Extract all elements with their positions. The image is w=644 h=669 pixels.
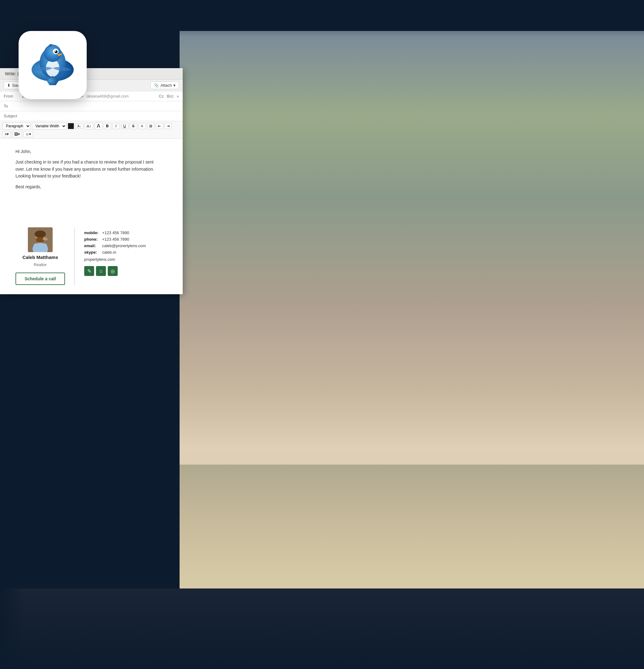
email-body-text: Just checking in to see if you had a cha… (15, 159, 167, 179)
save-icon: ⬇ (7, 83, 11, 88)
more-header-icon[interactable]: » (177, 94, 179, 99)
avatar-svg (28, 227, 53, 252)
thunderbird-logo-container (18, 31, 87, 99)
align-button[interactable]: ≡▾ (2, 131, 11, 137)
svg-rect-12 (33, 243, 47, 252)
color-swatch[interactable] (68, 123, 74, 129)
bottom-dark-bar (0, 588, 644, 669)
mobile-label: mobile: (84, 230, 100, 235)
attach-label: Attach (160, 83, 172, 88)
email-compose-window: Write: (no subject) – Thunderbird ⬇ Save… (0, 68, 183, 294)
table-area (180, 465, 644, 588)
mobile-value: +123 456 7890 (102, 230, 129, 235)
signature-divider (74, 227, 75, 285)
email-greeting: Hi John, (15, 148, 167, 155)
indent-button[interactable]: ⇥ (164, 123, 172, 129)
email-signature: Caleb Matthams Realtor Schedule a call m… (0, 221, 183, 294)
paragraph-select[interactable]: Paragraph (2, 123, 31, 129)
format-toolbar: Paragraph Variable Width A↓ A↑ A B I U S… (0, 121, 183, 139)
bullet-list-button[interactable]: ≡ (139, 123, 146, 129)
body-line3: Looking forward to your feedback! (15, 173, 81, 179)
signature-title: Realtor (34, 262, 47, 267)
from-account: oksana408@gmail.com (87, 94, 129, 99)
emoji-button[interactable]: ☺▾ (23, 131, 33, 137)
font-size-up-button[interactable]: A↑ (85, 123, 94, 129)
bold-button[interactable]: B (104, 123, 111, 129)
email-sig-label: email: (84, 243, 100, 248)
email-sig-value: caleb@prorertylens.com (102, 243, 146, 248)
svg-point-5 (55, 50, 58, 53)
social-icon-2[interactable]: ⌂ (96, 266, 106, 276)
thunderbird-logo-icon (28, 40, 77, 90)
body-line1: Just checking in to see if you had a cha… (15, 159, 154, 165)
outdent-button[interactable]: ⇤ (156, 123, 163, 129)
skype-value: caleb.m (102, 250, 116, 255)
signature-avatar (28, 227, 53, 252)
strikethrough-button[interactable]: S (130, 123, 137, 129)
signature-right: mobile: +123 456 7890 phone: +123 456 78… (84, 227, 167, 276)
email-closing: Best regards, (15, 183, 167, 190)
bg-overlay-top (0, 0, 644, 37)
svg-point-6 (55, 51, 56, 52)
signature-name: Caleb Matthams (22, 255, 58, 260)
signature-social-icons: ✎ ⌂ ◎ (84, 266, 167, 276)
body-line2: over. Let me know if you have any questi… (15, 167, 154, 172)
font-size-down-button[interactable]: A↓ (75, 124, 83, 129)
signature-left: Caleb Matthams Realtor Schedule a call (15, 227, 65, 285)
phone-value: +123 456 7890 (102, 237, 129, 242)
social-icon-3[interactable]: ◎ (108, 266, 118, 276)
italic-button[interactable]: I (112, 123, 120, 129)
to-input[interactable] (22, 104, 179, 109)
subject-input[interactable] (22, 114, 179, 118)
svg-point-9 (35, 230, 46, 238)
from-label: From (4, 94, 22, 99)
phone-label: phone: (84, 237, 100, 242)
svg-rect-14 (43, 238, 48, 240)
sig-mobile-row: mobile: +123 456 7890 (84, 230, 167, 235)
svg-point-3 (44, 45, 61, 62)
num-list-button[interactable]: ⊞ (147, 123, 155, 129)
sig-skype-row: skype: caleb.m (84, 250, 167, 255)
subject-label: Subject (4, 114, 22, 118)
website-value: propertylens.com (84, 257, 167, 262)
to-row[interactable]: To (0, 101, 183, 111)
subject-row[interactable]: Subject (0, 111, 183, 121)
skype-label: skype: (84, 250, 100, 255)
sig-email-row: email: caleb@prorertylens.com (84, 243, 167, 248)
to-label: To (4, 104, 22, 109)
underline-button[interactable]: U (121, 123, 128, 129)
attach-button[interactable]: 📎 Attach ▾ (151, 82, 179, 89)
cc-button[interactable]: Cc (159, 94, 164, 99)
bcc-button[interactable]: Bcc (167, 94, 174, 99)
variable-width-select[interactable]: Variable Width (32, 123, 67, 129)
font-size-big-button[interactable]: A (95, 122, 102, 130)
attach-dropdown-icon: ▾ (173, 83, 175, 88)
image-button[interactable]: 🖼▾ (12, 131, 22, 137)
schedule-call-button[interactable]: Schedule a call (15, 273, 65, 285)
social-icon-1[interactable]: ✎ (84, 266, 94, 276)
email-body[interactable]: Hi John, Just checking in to see if you … (0, 139, 183, 221)
attach-icon: 📎 (154, 83, 159, 88)
header-actions: Cc Bcc » (159, 94, 179, 99)
sig-phone-row: phone: +123 456 7890 (84, 237, 167, 242)
